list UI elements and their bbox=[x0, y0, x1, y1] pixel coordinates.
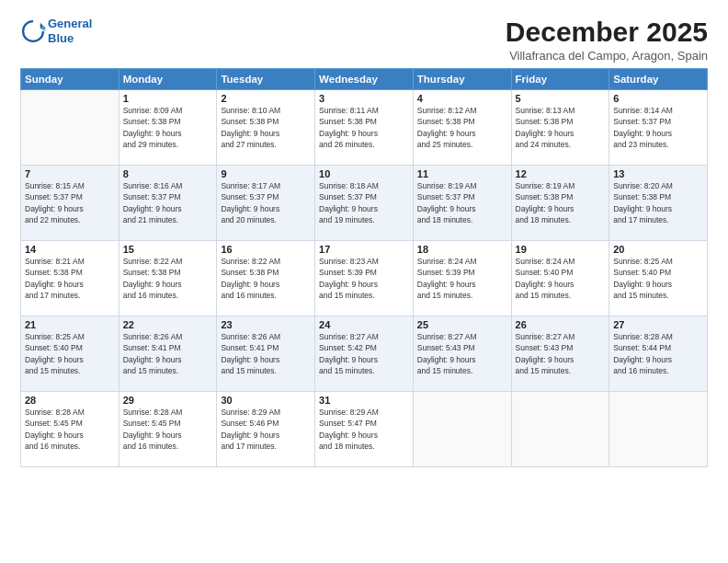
calendar-cell: 10Sunrise: 8:18 AM Sunset: 5:37 PM Dayli… bbox=[315, 166, 414, 241]
calendar-cell: 28Sunrise: 8:28 AM Sunset: 5:45 PM Dayli… bbox=[21, 392, 119, 467]
calendar-cell: 4Sunrise: 8:12 AM Sunset: 5:38 PM Daylig… bbox=[413, 90, 511, 166]
calendar-cell bbox=[511, 392, 609, 467]
calendar-cell: 31Sunrise: 8:29 AM Sunset: 5:47 PM Dayli… bbox=[315, 392, 414, 467]
calendar-cell: 29Sunrise: 8:28 AM Sunset: 5:45 PM Dayli… bbox=[119, 392, 217, 467]
day-number: 25 bbox=[417, 319, 507, 330]
day-number: 7 bbox=[25, 168, 115, 179]
day-number: 28 bbox=[25, 395, 115, 406]
calendar-cell: 26Sunrise: 8:27 AM Sunset: 5:43 PM Dayli… bbox=[511, 316, 609, 392]
calendar-cell: 3Sunrise: 8:11 AM Sunset: 5:38 PM Daylig… bbox=[315, 90, 414, 166]
calendar-cell: 12Sunrise: 8:19 AM Sunset: 5:38 PM Dayli… bbox=[511, 166, 609, 241]
day-number: 15 bbox=[123, 244, 213, 255]
weekday-header-saturday: Saturday bbox=[609, 69, 708, 90]
day-info: Sunrise: 8:27 AM Sunset: 5:43 PM Dayligh… bbox=[417, 331, 507, 376]
day-info: Sunrise: 8:29 AM Sunset: 5:46 PM Dayligh… bbox=[221, 407, 311, 452]
week-row-5: 28Sunrise: 8:28 AM Sunset: 5:45 PM Dayli… bbox=[21, 392, 708, 467]
day-info: Sunrise: 8:13 AM Sunset: 5:38 PM Dayligh… bbox=[516, 105, 606, 150]
calendar: SundayMondayTuesdayWednesdayThursdayFrid… bbox=[20, 68, 708, 467]
day-info: Sunrise: 8:17 AM Sunset: 5:37 PM Dayligh… bbox=[221, 180, 311, 225]
logo-line1: General bbox=[48, 17, 92, 31]
day-info: Sunrise: 8:23 AM Sunset: 5:39 PM Dayligh… bbox=[319, 256, 409, 301]
calendar-cell: 27Sunrise: 8:28 AM Sunset: 5:44 PM Dayli… bbox=[609, 316, 708, 392]
calendar-cell: 1Sunrise: 8:09 AM Sunset: 5:38 PM Daylig… bbox=[119, 90, 217, 166]
weekday-header-friday: Friday bbox=[511, 69, 609, 90]
title-block: December 2025 Villafranca del Campo, Ara… bbox=[506, 17, 708, 63]
day-number: 14 bbox=[25, 244, 115, 255]
header: General Blue December 2025 Villafranca d… bbox=[20, 17, 708, 63]
week-row-1: 1Sunrise: 8:09 AM Sunset: 5:38 PM Daylig… bbox=[21, 90, 708, 166]
day-info: Sunrise: 8:27 AM Sunset: 5:42 PM Dayligh… bbox=[319, 331, 409, 376]
week-row-2: 7Sunrise: 8:15 AM Sunset: 5:37 PM Daylig… bbox=[21, 166, 708, 241]
calendar-cell: 15Sunrise: 8:22 AM Sunset: 5:38 PM Dayli… bbox=[119, 241, 217, 316]
day-info: Sunrise: 8:19 AM Sunset: 5:37 PM Dayligh… bbox=[417, 180, 507, 225]
calendar-cell: 23Sunrise: 8:26 AM Sunset: 5:41 PM Dayli… bbox=[217, 316, 315, 392]
day-info: Sunrise: 8:28 AM Sunset: 5:45 PM Dayligh… bbox=[123, 407, 213, 452]
day-info: Sunrise: 8:27 AM Sunset: 5:43 PM Dayligh… bbox=[516, 331, 606, 376]
day-number: 2 bbox=[221, 93, 311, 104]
calendar-cell bbox=[413, 392, 511, 467]
weekday-header-tuesday: Tuesday bbox=[217, 69, 315, 90]
day-number: 9 bbox=[221, 168, 311, 179]
day-number: 13 bbox=[613, 168, 703, 179]
day-number: 17 bbox=[319, 244, 409, 255]
day-number: 11 bbox=[417, 168, 507, 179]
day-info: Sunrise: 8:24 AM Sunset: 5:39 PM Dayligh… bbox=[417, 256, 507, 301]
weekday-header-wednesday: Wednesday bbox=[315, 69, 414, 90]
day-info: Sunrise: 8:21 AM Sunset: 5:38 PM Dayligh… bbox=[25, 256, 115, 301]
calendar-cell: 14Sunrise: 8:21 AM Sunset: 5:38 PM Dayli… bbox=[21, 241, 119, 316]
day-info: Sunrise: 8:15 AM Sunset: 5:37 PM Dayligh… bbox=[25, 180, 115, 225]
calendar-cell: 9Sunrise: 8:17 AM Sunset: 5:37 PM Daylig… bbox=[217, 166, 315, 241]
day-info: Sunrise: 8:09 AM Sunset: 5:38 PM Dayligh… bbox=[123, 105, 213, 150]
calendar-cell: 8Sunrise: 8:16 AM Sunset: 5:37 PM Daylig… bbox=[119, 166, 217, 241]
day-number: 19 bbox=[516, 244, 606, 255]
day-info: Sunrise: 8:29 AM Sunset: 5:47 PM Dayligh… bbox=[319, 407, 409, 452]
calendar-cell: 11Sunrise: 8:19 AM Sunset: 5:37 PM Dayli… bbox=[413, 166, 511, 241]
day-number: 31 bbox=[319, 395, 409, 406]
day-number: 20 bbox=[613, 244, 703, 255]
calendar-cell: 21Sunrise: 8:25 AM Sunset: 5:40 PM Dayli… bbox=[21, 316, 119, 392]
calendar-cell: 2Sunrise: 8:10 AM Sunset: 5:38 PM Daylig… bbox=[217, 90, 315, 166]
day-number: 6 bbox=[613, 93, 703, 104]
calendar-cell bbox=[21, 90, 119, 166]
page: General Blue December 2025 Villafranca d… bbox=[0, 0, 728, 563]
weekday-header-monday: Monday bbox=[119, 69, 217, 90]
day-number: 4 bbox=[417, 93, 507, 104]
day-info: Sunrise: 8:18 AM Sunset: 5:37 PM Dayligh… bbox=[319, 180, 409, 225]
day-info: Sunrise: 8:10 AM Sunset: 5:38 PM Dayligh… bbox=[221, 105, 311, 150]
calendar-cell: 19Sunrise: 8:24 AM Sunset: 5:40 PM Dayli… bbox=[511, 241, 609, 316]
day-number: 3 bbox=[319, 93, 409, 104]
calendar-cell: 13Sunrise: 8:20 AM Sunset: 5:38 PM Dayli… bbox=[609, 166, 708, 241]
logo-line2: Blue bbox=[48, 31, 92, 46]
day-number: 18 bbox=[417, 244, 507, 255]
logo: General Blue bbox=[20, 17, 92, 45]
day-number: 23 bbox=[221, 319, 311, 330]
calendar-cell: 22Sunrise: 8:26 AM Sunset: 5:41 PM Dayli… bbox=[119, 316, 217, 392]
day-info: Sunrise: 8:28 AM Sunset: 5:44 PM Dayligh… bbox=[613, 331, 703, 376]
calendar-cell: 24Sunrise: 8:27 AM Sunset: 5:42 PM Dayli… bbox=[315, 316, 414, 392]
calendar-cell: 25Sunrise: 8:27 AM Sunset: 5:43 PM Dayli… bbox=[413, 316, 511, 392]
day-info: Sunrise: 8:20 AM Sunset: 5:38 PM Dayligh… bbox=[613, 180, 703, 225]
day-number: 30 bbox=[221, 395, 311, 406]
day-info: Sunrise: 8:16 AM Sunset: 5:37 PM Dayligh… bbox=[123, 180, 213, 225]
day-info: Sunrise: 8:14 AM Sunset: 5:37 PM Dayligh… bbox=[613, 105, 703, 150]
day-number: 22 bbox=[123, 319, 213, 330]
calendar-cell: 6Sunrise: 8:14 AM Sunset: 5:37 PM Daylig… bbox=[609, 90, 708, 166]
day-number: 10 bbox=[319, 168, 409, 179]
calendar-cell: 17Sunrise: 8:23 AM Sunset: 5:39 PM Dayli… bbox=[315, 241, 414, 316]
day-info: Sunrise: 8:25 AM Sunset: 5:40 PM Dayligh… bbox=[25, 331, 115, 376]
calendar-cell: 20Sunrise: 8:25 AM Sunset: 5:40 PM Dayli… bbox=[609, 241, 708, 316]
week-row-3: 14Sunrise: 8:21 AM Sunset: 5:38 PM Dayli… bbox=[21, 241, 708, 316]
calendar-cell: 18Sunrise: 8:24 AM Sunset: 5:39 PM Dayli… bbox=[413, 241, 511, 316]
calendar-cell: 5Sunrise: 8:13 AM Sunset: 5:38 PM Daylig… bbox=[511, 90, 609, 166]
day-number: 26 bbox=[516, 319, 606, 330]
day-number: 24 bbox=[319, 319, 409, 330]
weekday-header-row: SundayMondayTuesdayWednesdayThursdayFrid… bbox=[21, 69, 708, 90]
day-number: 29 bbox=[123, 395, 213, 406]
day-number: 27 bbox=[613, 319, 703, 330]
day-info: Sunrise: 8:22 AM Sunset: 5:38 PM Dayligh… bbox=[221, 256, 311, 301]
day-number: 1 bbox=[123, 93, 213, 104]
calendar-cell: 16Sunrise: 8:22 AM Sunset: 5:38 PM Dayli… bbox=[217, 241, 315, 316]
day-info: Sunrise: 8:25 AM Sunset: 5:40 PM Dayligh… bbox=[613, 256, 703, 301]
day-number: 8 bbox=[123, 168, 213, 179]
day-info: Sunrise: 8:26 AM Sunset: 5:41 PM Dayligh… bbox=[123, 331, 213, 376]
